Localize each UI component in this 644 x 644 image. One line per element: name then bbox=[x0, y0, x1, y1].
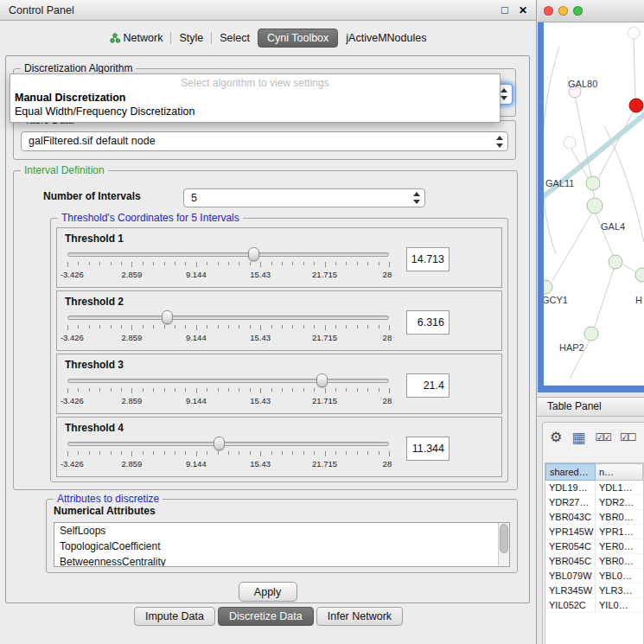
number-of-intervals-label: Number of Intervals bbox=[43, 190, 141, 202]
column-header-name[interactable]: n… bbox=[596, 463, 643, 481]
control-panel-titlebar[interactable]: Control Panel □ ✕ bbox=[0, 0, 536, 21]
network-edge[interactable] bbox=[622, 264, 636, 272]
slider-thumb-icon[interactable] bbox=[248, 247, 259, 261]
select-all-columns-icon[interactable]: ☑☑ bbox=[595, 432, 610, 443]
network-node[interactable] bbox=[628, 27, 640, 39]
dropdown-option[interactable]: Equal Width/Frequency Discretization bbox=[10, 105, 500, 118]
control-panel-tabbar: NetworkStyleSelectCyni ToolboxjActiveMNo… bbox=[0, 21, 536, 50]
tab-select[interactable]: Select bbox=[214, 29, 256, 47]
network-window-titlebar[interactable] bbox=[538, 0, 644, 22]
threshold-slider[interactable]: -3.4262.8599.14415.4321.71528 bbox=[62, 372, 401, 410]
table-row[interactable]: YLR345WYLR3… bbox=[545, 583, 643, 598]
column-header-shared-name[interactable]: shared… bbox=[545, 463, 596, 481]
attribute-list-item[interactable]: TopologicalCoefficient bbox=[54, 539, 509, 554]
tab-label: jActiveMNodules bbox=[346, 32, 426, 44]
network-edge[interactable] bbox=[544, 47, 559, 254]
network-node[interactable] bbox=[587, 198, 603, 214]
threshold-slider[interactable]: -3.4262.8599.14415.4321.71528 bbox=[62, 245, 401, 284]
threshold-value-box[interactable]: 14.713 bbox=[406, 247, 450, 271]
numerical-attributes-list[interactable]: SelfLoopsTopologicalCoefficientBetweenne… bbox=[54, 522, 510, 567]
close-icon[interactable]: ✕ bbox=[519, 4, 527, 16]
columns-icon[interactable]: ▦ bbox=[571, 430, 585, 445]
dropdown-option[interactable]: Manual Discretization bbox=[10, 91, 500, 105]
table-row[interactable]: YBR045CYBR0… bbox=[545, 554, 643, 569]
threshold-panel: Threshold 4 -3.4262.8599.14415.4321.7152… bbox=[56, 417, 502, 477]
table-panel-header[interactable]: Table Panel bbox=[538, 397, 644, 417]
network-node[interactable] bbox=[635, 268, 644, 282]
combobox-value: galFiltered.sif default node bbox=[29, 132, 156, 150]
slider-thumb-icon[interactable] bbox=[162, 310, 173, 324]
slider-track[interactable] bbox=[67, 379, 389, 383]
threshold-label: Threshold 2 bbox=[62, 293, 496, 308]
cell-shared-name: YLR345W bbox=[545, 583, 596, 597]
cell-name: YBR0… bbox=[596, 554, 643, 568]
tab-impute-data[interactable]: Impute Data bbox=[134, 607, 215, 626]
cell-name: YER0… bbox=[596, 539, 643, 553]
minimize-traffic-light-icon[interactable] bbox=[558, 6, 568, 16]
network-edge[interactable] bbox=[634, 39, 635, 99]
network-node[interactable] bbox=[586, 176, 600, 190]
slider-track[interactable] bbox=[67, 442, 389, 446]
network-node[interactable] bbox=[629, 99, 643, 112]
slider-track[interactable] bbox=[67, 316, 389, 320]
threshold-value-box[interactable]: 11.344 bbox=[406, 437, 450, 461]
clear-columns-icon[interactable]: ☑☐ bbox=[620, 432, 635, 443]
network-edge[interactable] bbox=[598, 109, 634, 179]
table-browser: ⚙▦☑☑☑☐ shared… n… YDL19…YDL1…YDR27…YDR2…… bbox=[542, 422, 644, 644]
tab-style[interactable]: Style bbox=[173, 29, 209, 47]
gear-icon[interactable]: ⚙ bbox=[550, 430, 562, 444]
table-row[interactable]: YER054CYER0… bbox=[545, 539, 643, 554]
threshold-value-box[interactable]: 6.316 bbox=[406, 310, 450, 335]
network-edge[interactable] bbox=[596, 214, 613, 255]
tab-infer-network[interactable]: Infer Network bbox=[316, 607, 403, 626]
network-node[interactable] bbox=[609, 255, 622, 269]
network-edge[interactable] bbox=[595, 269, 614, 327]
threshold-slider[interactable]: -3.4262.8599.14415.4321.71528 bbox=[62, 309, 401, 347]
table-row[interactable]: YDR27…YDR2… bbox=[545, 495, 643, 510]
network-edge[interactable] bbox=[552, 213, 592, 281]
tab-cyni-toolbox[interactable]: Cyni Toolbox bbox=[258, 29, 338, 48]
cell-shared-name: YIL052C bbox=[545, 598, 596, 612]
control-panel-window: Control Panel □ ✕ NetworkStyleSelectCyni… bbox=[0, 0, 537, 644]
slider-thumb-icon[interactable] bbox=[316, 373, 328, 387]
apply-button[interactable]: Apply bbox=[239, 582, 297, 602]
scrollbar-thumb[interactable] bbox=[500, 524, 508, 553]
node-attribute-table: shared… n… YDL19…YDL1…YDR27…YDR2…YBR043C… bbox=[545, 462, 644, 644]
number-of-intervals-combobox[interactable]: 5 bbox=[183, 188, 425, 207]
cyni-bottom-tabbar: Impute DataDiscretize DataInfer Network bbox=[0, 607, 537, 626]
network-canvas[interactable]: GAL80GAL11GAL4GCY1HAP2H bbox=[544, 22, 644, 386]
screen: Control Panel □ ✕ NetworkStyleSelectCyni… bbox=[0, 0, 644, 644]
slider-tick-labels: -3.4262.8599.14415.4321.71528 bbox=[67, 333, 389, 343]
numerical-attributes-label: Numerical Attributes bbox=[54, 505, 156, 517]
tab-jactivemnodules[interactable]: jActiveMNodules bbox=[340, 29, 432, 47]
slider-ticks bbox=[67, 388, 389, 394]
scrollbar[interactable] bbox=[498, 523, 509, 566]
network-node[interactable] bbox=[544, 280, 552, 294]
network-node[interactable] bbox=[564, 137, 576, 149]
table-row[interactable]: YBL079WYBL0… bbox=[545, 569, 643, 583]
maximize-icon[interactable]: □ bbox=[501, 4, 508, 16]
table-data-combobox[interactable]: galFiltered.sif default node bbox=[21, 131, 508, 151]
attribute-list-item[interactable]: SelfLoops bbox=[54, 523, 509, 539]
attribute-list-item[interactable]: BetweennessCentrality bbox=[54, 554, 509, 567]
table-row[interactable]: YPR145WYPR1… bbox=[545, 525, 643, 539]
tab-network[interactable]: Network bbox=[104, 29, 169, 47]
slider-thumb-icon[interactable] bbox=[214, 437, 225, 450]
zoom-traffic-light-icon[interactable] bbox=[573, 6, 583, 16]
close-traffic-light-icon[interactable] bbox=[544, 6, 553, 16]
table-row[interactable]: YDL19…YDL1… bbox=[545, 481, 643, 495]
slider-track[interactable] bbox=[67, 252, 389, 257]
table-row[interactable]: YBR043CYBR0… bbox=[545, 510, 643, 525]
network-node[interactable] bbox=[584, 327, 598, 341]
table-row[interactable]: YIL052CYIL0… bbox=[545, 598, 643, 613]
network-edge[interactable] bbox=[593, 190, 595, 198]
threshold-value-box[interactable]: 21.4 bbox=[406, 373, 450, 398]
network-node-label: GCY1 bbox=[544, 295, 568, 305]
cell-shared-name: YBR045C bbox=[545, 554, 596, 568]
dropdown-placeholder-option[interactable]: Select algorithm to view settings bbox=[10, 74, 500, 91]
combo-arrows-icon[interactable] bbox=[411, 191, 422, 205]
tab-discretize-data[interactable]: Discretize Data bbox=[218, 607, 314, 626]
threshold-slider[interactable]: -3.4262.8599.14415.4321.71528 bbox=[62, 435, 401, 473]
combo-arrows-icon[interactable] bbox=[494, 135, 505, 149]
network-view-window: GAL80GAL11GAL4GCY1HAP2H bbox=[538, 0, 644, 392]
